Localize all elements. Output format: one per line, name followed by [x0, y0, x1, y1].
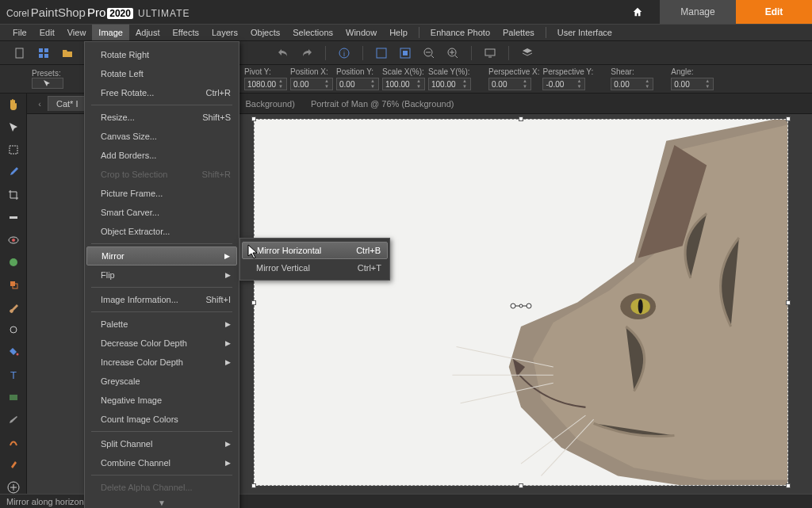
handle-top-right[interactable] — [786, 116, 791, 121]
input-scale-x[interactable]: 100.00▲▼ — [382, 78, 425, 90]
menu-increase-color[interactable]: Increase Color Depth▶ — [85, 353, 239, 372]
redeye-tool[interactable] — [6, 233, 21, 246]
menu-image[interactable]: Image — [92, 25, 129, 40]
fit-icon[interactable] — [374, 46, 389, 60]
menu-palette[interactable]: Palette▶ — [85, 315, 239, 334]
document-tab-active[interactable]: Cat* I — [48, 96, 87, 111]
open-icon[interactable] — [60, 46, 75, 60]
handle-mid-left[interactable] — [251, 300, 256, 305]
layers-icon[interactable] — [520, 46, 534, 60]
shape-tool[interactable] — [6, 391, 21, 403]
pivot-handle[interactable] — [509, 299, 533, 307]
monitor-icon[interactable] — [483, 46, 497, 60]
fit-window-icon[interactable] — [398, 46, 412, 60]
add-tool[interactable] — [6, 481, 21, 494]
menu-mirror-horizontal[interactable]: Mirror HorizontalCtrl+B — [242, 242, 388, 259]
tab-manage[interactable]: Manage — [660, 0, 736, 24]
handle-bot-mid[interactable] — [519, 483, 523, 488]
home-icon — [632, 6, 643, 17]
menu-image-info[interactable]: Image Information...Shift+I — [85, 290, 239, 309]
menu-negative[interactable]: Negative Image — [85, 391, 239, 410]
handle-bot-left[interactable] — [251, 483, 256, 488]
menu-adjust[interactable]: Adjust — [129, 25, 167, 40]
menu-object-extractor[interactable]: Object Extractor... — [85, 222, 239, 241]
dropper-tool[interactable] — [6, 166, 21, 178]
new-icon[interactable] — [13, 46, 27, 60]
makeover-tool[interactable] — [6, 256, 21, 269]
menu-decrease-color[interactable]: Decrease Color Depth▶ — [85, 334, 239, 353]
menu-canvas-size[interactable]: Canvas Size... — [85, 127, 239, 146]
field-position-y: Position Y: 0.00▲▼ — [336, 67, 379, 90]
handle-mid-right[interactable] — [786, 300, 791, 305]
grid-icon[interactable] — [36, 46, 51, 60]
menu-selections[interactable]: Selections — [286, 25, 339, 40]
handle-top-mid[interactable] — [519, 116, 523, 121]
lighten-tool[interactable] — [6, 323, 21, 336]
menu-user-interface[interactable]: User Interface — [551, 25, 619, 40]
pen-tool[interactable] — [6, 413, 21, 426]
input-perspective-y[interactable]: -0.00▲▼ — [542, 78, 585, 90]
pick-tool[interactable] — [6, 120, 21, 133]
prev-tab-icon[interactable]: ‹ — [32, 99, 48, 109]
selection-tool[interactable] — [6, 143, 21, 156]
input-angle[interactable]: 0.00▲▼ — [671, 78, 714, 90]
svg-rect-14 — [485, 49, 495, 55]
pan-tool[interactable] — [6, 98, 21, 111]
image-canvas[interactable] — [254, 119, 788, 486]
info-icon[interactable]: i — [337, 46, 351, 60]
menu-mirror[interactable]: Mirror▶ — [86, 246, 237, 265]
menu-free-rotate[interactable]: Free Rotate...Ctrl+R — [85, 83, 239, 102]
menu-rotate-right[interactable]: Rotate Right — [85, 45, 239, 64]
menu-greyscale[interactable]: Greyscale — [85, 372, 239, 391]
fill-tool[interactable] — [6, 346, 21, 358]
input-perspective-x[interactable]: 0.00▲▼ — [488, 78, 531, 90]
scroll-down-icon[interactable]: ▼ — [85, 497, 239, 508]
menu-layers[interactable]: Layers — [205, 25, 244, 40]
menu-window[interactable]: Window — [339, 25, 383, 40]
spinner-icon[interactable]: ▲▼ — [278, 78, 284, 90]
menu-mirror-vertical[interactable]: Mirror VerticalCtrl+T — [240, 259, 389, 277]
document-label-other[interactable]: Portrait of Man @ 76% (Background) — [311, 99, 454, 109]
handle-bot-right[interactable] — [786, 483, 791, 488]
handle-top-left[interactable] — [251, 116, 256, 121]
menu-flip[interactable]: Flip▶ — [85, 265, 239, 285]
menu-palettes[interactable]: Palettes — [496, 25, 541, 40]
menu-smart-carver[interactable]: Smart Carver... — [85, 203, 239, 222]
input-position-x[interactable]: 0.00▲▼ — [290, 78, 333, 90]
menu-objects[interactable]: Objects — [244, 25, 286, 40]
input-scale-y[interactable]: 100.00▲▼ — [428, 78, 471, 90]
undo-icon[interactable] — [276, 46, 290, 60]
preset-picker[interactable] — [32, 78, 63, 89]
oil-tool[interactable] — [6, 458, 21, 471]
warp-tool[interactable] — [6, 436, 21, 449]
menu-enhance-photo[interactable]: Enhance Photo — [424, 25, 496, 40]
menu-split-channel[interactable]: Split Channel▶ — [85, 434, 239, 453]
input-shear[interactable]: 0.00▲▼ — [611, 78, 653, 90]
redo-icon[interactable] — [300, 46, 314, 60]
menu-combine-channel[interactable]: Combine Channel▶ — [85, 453, 239, 472]
input-pivot-y[interactable]: 1080.00▲▼ — [244, 78, 287, 90]
paintbrush-tool[interactable] — [6, 301, 21, 314]
menu-add-borders[interactable]: Add Borders... — [85, 146, 239, 165]
field-perspective-x: Perspective X: 0.00▲▼ — [488, 67, 539, 90]
zoom-out-icon[interactable] — [422, 46, 436, 60]
menu-picture-frame[interactable]: Picture Frame... — [85, 184, 239, 203]
text-tool[interactable]: T — [6, 369, 21, 381]
field-shear: Shear: 0.00▲▼ — [611, 67, 653, 90]
zoom-in-icon[interactable] — [446, 46, 460, 60]
menu-rotate-left[interactable]: Rotate Left — [85, 64, 239, 83]
input-position-y[interactable]: 0.00▲▼ — [336, 78, 379, 90]
crop-tool[interactable] — [6, 189, 21, 201]
menu-file[interactable]: File — [6, 25, 33, 40]
menu-edit[interactable]: Edit — [33, 25, 61, 40]
menu-count-colors[interactable]: Count Image Colors — [85, 410, 239, 429]
brand-edition: ULTIMATE — [138, 8, 190, 19]
menu-help[interactable]: Help — [383, 25, 414, 40]
menu-view[interactable]: View — [61, 25, 93, 40]
clone-tool[interactable] — [6, 278, 21, 291]
menu-effects[interactable]: Effects — [167, 25, 205, 40]
menu-resize[interactable]: Resize...Shift+S — [85, 108, 239, 127]
tab-home[interactable] — [615, 0, 660, 24]
straighten-tool[interactable] — [6, 211, 21, 223]
tab-edit[interactable]: Edit — [736, 0, 812, 24]
